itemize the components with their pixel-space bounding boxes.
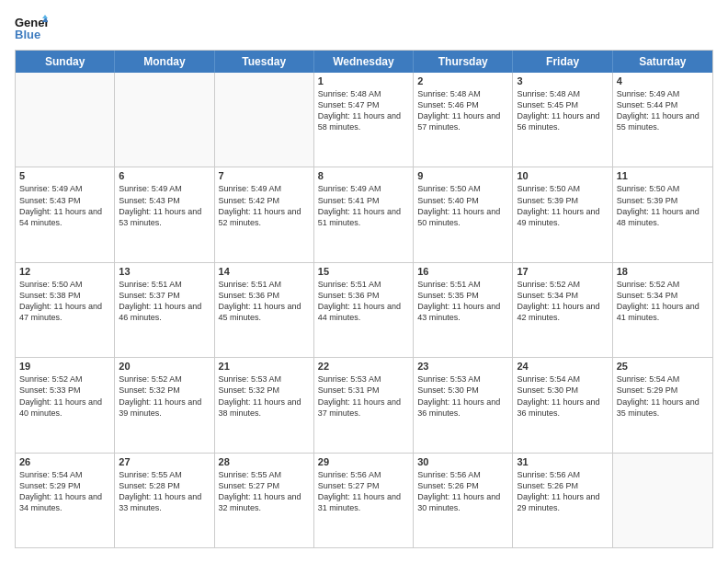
calendar-row-2: 5Sunrise: 5:49 AM Sunset: 5:43 PM Daylig…: [16, 167, 712, 261]
day-number: 29: [318, 456, 409, 467]
day-info: Sunrise: 5:48 AM Sunset: 5:46 PM Dayligh…: [417, 88, 508, 133]
header-day-sunday: Sunday: [16, 51, 115, 73]
header-day-thursday: Thursday: [414, 51, 513, 73]
day-info: Sunrise: 5:52 AM Sunset: 5:34 PM Dayligh…: [517, 279, 608, 324]
day-info: Sunrise: 5:54 AM Sunset: 5:30 PM Dayligh…: [517, 373, 608, 419]
day-info: Sunrise: 5:53 AM Sunset: 5:32 PM Dayligh…: [219, 373, 310, 419]
day-number: 4: [617, 75, 709, 86]
day-info: Sunrise: 5:49 AM Sunset: 5:42 PM Dayligh…: [219, 183, 310, 228]
day-info: Sunrise: 5:49 AM Sunset: 5:43 PM Dayligh…: [119, 183, 210, 228]
day-info: Sunrise: 5:53 AM Sunset: 5:31 PM Dayligh…: [318, 373, 409, 419]
day-cell-17: 17Sunrise: 5:52 AM Sunset: 5:34 PM Dayli…: [513, 263, 612, 357]
day-cell-21: 21Sunrise: 5:53 AM Sunset: 5:32 PM Dayli…: [215, 358, 314, 452]
day-info: Sunrise: 5:56 AM Sunset: 5:26 PM Dayligh…: [517, 469, 608, 514]
day-number: 8: [318, 170, 409, 181]
day-info: Sunrise: 5:52 AM Sunset: 5:34 PM Dayligh…: [617, 279, 709, 324]
day-cell-23: 23Sunrise: 5:53 AM Sunset: 5:30 PM Dayli…: [414, 358, 513, 452]
day-number: 11: [617, 170, 709, 181]
day-number: 24: [517, 361, 608, 372]
calendar-row-1: 1Sunrise: 5:48 AM Sunset: 5:47 PM Daylig…: [16, 73, 712, 167]
calendar-row-4: 19Sunrise: 5:52 AM Sunset: 5:33 PM Dayli…: [16, 357, 712, 452]
calendar-body: 1Sunrise: 5:48 AM Sunset: 5:47 PM Daylig…: [16, 73, 712, 547]
day-number: 30: [417, 456, 508, 467]
day-cell-31: 31Sunrise: 5:56 AM Sunset: 5:26 PM Dayli…: [513, 454, 612, 547]
day-cell-empty: [115, 73, 214, 167]
day-number: 16: [417, 266, 508, 277]
day-number: 6: [119, 170, 210, 181]
day-info: Sunrise: 5:56 AM Sunset: 5:26 PM Dayligh…: [417, 469, 508, 514]
header-day-monday: Monday: [115, 51, 214, 73]
day-cell-6: 6Sunrise: 5:49 AM Sunset: 5:43 PM Daylig…: [115, 167, 214, 261]
calendar-row-5: 26Sunrise: 5:54 AM Sunset: 5:29 PM Dayli…: [16, 453, 712, 547]
day-cell-28: 28Sunrise: 5:55 AM Sunset: 5:27 PM Dayli…: [215, 454, 314, 547]
day-number: 22: [318, 361, 409, 372]
day-info: Sunrise: 5:54 AM Sunset: 5:29 PM Dayligh…: [617, 373, 709, 419]
day-cell-2: 2Sunrise: 5:48 AM Sunset: 5:46 PM Daylig…: [414, 73, 513, 167]
day-cell-11: 11Sunrise: 5:50 AM Sunset: 5:39 PM Dayli…: [613, 167, 712, 261]
header-day-friday: Friday: [513, 51, 612, 73]
day-number: 20: [119, 361, 210, 372]
day-info: Sunrise: 5:50 AM Sunset: 5:39 PM Dayligh…: [517, 183, 608, 228]
day-number: 31: [517, 456, 608, 467]
day-number: 7: [219, 170, 310, 181]
day-info: Sunrise: 5:51 AM Sunset: 5:36 PM Dayligh…: [318, 279, 409, 324]
day-number: 5: [19, 170, 110, 181]
day-cell-9: 9Sunrise: 5:50 AM Sunset: 5:40 PM Daylig…: [414, 167, 513, 261]
day-cell-26: 26Sunrise: 5:54 AM Sunset: 5:29 PM Dayli…: [16, 454, 115, 547]
day-cell-4: 4Sunrise: 5:49 AM Sunset: 5:44 PM Daylig…: [613, 73, 712, 167]
day-cell-13: 13Sunrise: 5:51 AM Sunset: 5:37 PM Dayli…: [115, 263, 214, 357]
day-info: Sunrise: 5:49 AM Sunset: 5:43 PM Dayligh…: [19, 183, 110, 228]
svg-text:Blue: Blue: [15, 28, 40, 40]
day-info: Sunrise: 5:54 AM Sunset: 5:29 PM Dayligh…: [19, 469, 110, 514]
day-number: 3: [517, 75, 608, 86]
day-info: Sunrise: 5:53 AM Sunset: 5:30 PM Dayligh…: [417, 373, 508, 419]
calendar-header: SundayMondayTuesdayWednesdayThursdayFrid…: [16, 51, 712, 73]
day-number: 13: [119, 266, 210, 277]
day-number: 9: [417, 170, 508, 181]
day-cell-24: 24Sunrise: 5:54 AM Sunset: 5:30 PM Dayli…: [513, 358, 612, 452]
header: General Blue: [15, 15, 713, 40]
day-info: Sunrise: 5:52 AM Sunset: 5:33 PM Dayligh…: [19, 373, 110, 419]
day-cell-22: 22Sunrise: 5:53 AM Sunset: 5:31 PM Dayli…: [314, 358, 414, 452]
day-number: 25: [617, 361, 709, 372]
day-cell-25: 25Sunrise: 5:54 AM Sunset: 5:29 PM Dayli…: [613, 358, 712, 452]
page: General Blue SundayMondayTuesdayWednesda…: [0, 0, 728, 563]
day-info: Sunrise: 5:56 AM Sunset: 5:27 PM Dayligh…: [318, 469, 409, 514]
logo: General Blue: [15, 15, 48, 40]
day-number: 18: [617, 266, 709, 277]
day-cell-18: 18Sunrise: 5:52 AM Sunset: 5:34 PM Dayli…: [613, 263, 712, 357]
day-info: Sunrise: 5:49 AM Sunset: 5:44 PM Dayligh…: [617, 88, 709, 133]
day-info: Sunrise: 5:51 AM Sunset: 5:37 PM Dayligh…: [119, 279, 210, 324]
day-info: Sunrise: 5:49 AM Sunset: 5:41 PM Dayligh…: [318, 183, 409, 228]
day-info: Sunrise: 5:51 AM Sunset: 5:35 PM Dayligh…: [417, 279, 508, 324]
calendar-row-3: 12Sunrise: 5:50 AM Sunset: 5:38 PM Dayli…: [16, 262, 712, 357]
day-info: Sunrise: 5:50 AM Sunset: 5:38 PM Dayligh…: [19, 279, 110, 324]
day-number: 19: [19, 361, 110, 372]
calendar: SundayMondayTuesdayWednesdayThursdayFrid…: [15, 50, 713, 548]
day-number: 1: [318, 75, 409, 86]
day-cell-15: 15Sunrise: 5:51 AM Sunset: 5:36 PM Dayli…: [314, 263, 414, 357]
day-cell-16: 16Sunrise: 5:51 AM Sunset: 5:35 PM Dayli…: [414, 263, 513, 357]
day-cell-8: 8Sunrise: 5:49 AM Sunset: 5:41 PM Daylig…: [314, 167, 414, 261]
day-cell-empty: [613, 454, 712, 547]
day-number: 15: [318, 266, 409, 277]
day-number: 10: [517, 170, 608, 181]
day-info: Sunrise: 5:50 AM Sunset: 5:40 PM Dayligh…: [417, 183, 508, 228]
day-info: Sunrise: 5:48 AM Sunset: 5:47 PM Dayligh…: [318, 88, 409, 133]
day-number: 26: [19, 456, 110, 467]
day-number: 12: [19, 266, 110, 277]
day-number: 23: [417, 361, 508, 372]
day-cell-empty: [16, 73, 115, 167]
day-number: 14: [219, 266, 310, 277]
day-number: 21: [219, 361, 310, 372]
day-cell-30: 30Sunrise: 5:56 AM Sunset: 5:26 PM Dayli…: [414, 454, 513, 547]
header-day-wednesday: Wednesday: [314, 51, 414, 73]
day-cell-empty: [215, 73, 314, 167]
day-info: Sunrise: 5:48 AM Sunset: 5:45 PM Dayligh…: [517, 88, 608, 133]
day-cell-5: 5Sunrise: 5:49 AM Sunset: 5:43 PM Daylig…: [16, 167, 115, 261]
day-cell-29: 29Sunrise: 5:56 AM Sunset: 5:27 PM Dayli…: [314, 454, 414, 547]
day-cell-14: 14Sunrise: 5:51 AM Sunset: 5:36 PM Dayli…: [215, 263, 314, 357]
day-info: Sunrise: 5:51 AM Sunset: 5:36 PM Dayligh…: [219, 279, 310, 324]
day-cell-19: 19Sunrise: 5:52 AM Sunset: 5:33 PM Dayli…: [16, 358, 115, 452]
day-cell-7: 7Sunrise: 5:49 AM Sunset: 5:42 PM Daylig…: [215, 167, 314, 261]
